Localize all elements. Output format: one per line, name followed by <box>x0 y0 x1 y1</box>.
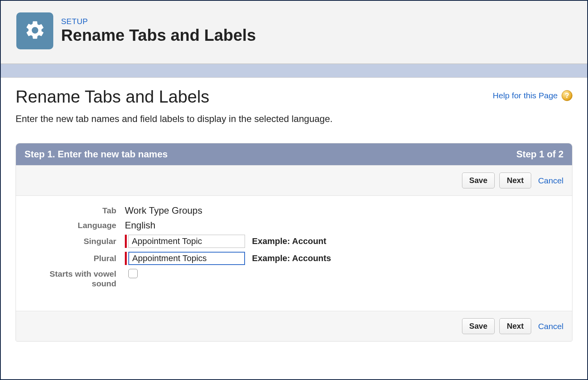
cancel-link[interactable]: Cancel <box>538 176 564 185</box>
form-row-singular: Singular Example: Account <box>24 235 564 248</box>
page-title: Rename Tabs and Labels <box>61 26 256 45</box>
content-card: Rename Tabs and Labels Help for this Pag… <box>3 78 585 357</box>
plural-label: Plural <box>24 253 125 263</box>
form-row-language: Language English <box>24 220 564 231</box>
gear-icon <box>24 19 46 43</box>
content-title: Rename Tabs and Labels <box>16 87 209 106</box>
page-header: SETUP Rename Tabs and Labels <box>1 1 587 64</box>
step-panel: Step 1. Enter the new tab names Step 1 o… <box>16 143 572 342</box>
singular-input[interactable] <box>128 235 245 248</box>
next-button-bottom[interactable]: Next <box>499 318 531 334</box>
language-label: Language <box>24 220 125 230</box>
help-link-text: Help for this Page <box>493 91 558 100</box>
step-title: Step 1. Enter the new tab names <box>24 149 168 160</box>
form-row-vowel: Starts with vowel sound <box>24 269 564 288</box>
header-text: SETUP Rename Tabs and Labels <box>61 17 256 45</box>
singular-label: Singular <box>24 236 125 246</box>
plural-example: Example: Accounts <box>252 253 331 263</box>
form-row-tab: Tab Work Type Groups <box>24 205 564 216</box>
content-header: Rename Tabs and Labels Help for this Pag… <box>16 87 572 106</box>
cancel-link-bottom[interactable]: Cancel <box>538 322 564 331</box>
header-divider-strip <box>1 64 587 78</box>
save-button-bottom[interactable]: Save <box>462 318 495 334</box>
help-icon: ? <box>562 90 572 101</box>
required-indicator <box>125 252 127 265</box>
form-area: Tab Work Type Groups Language English Si… <box>16 196 572 311</box>
action-bar-bottom: Save Next Cancel <box>16 311 572 341</box>
gear-icon-box <box>16 12 53 49</box>
vowel-checkbox[interactable] <box>128 269 138 278</box>
vowel-label: Starts with vowel sound <box>24 269 125 288</box>
form-row-plural: Plural Example: Accounts <box>24 252 564 265</box>
singular-example: Example: Account <box>252 236 326 246</box>
header-eyebrow: SETUP <box>61 17 256 26</box>
step-header: Step 1. Enter the new tab names Step 1 o… <box>16 143 572 165</box>
tab-label: Tab <box>24 206 125 215</box>
next-button[interactable]: Next <box>499 173 531 188</box>
content-description: Enter the new tab names and field labels… <box>16 113 572 124</box>
required-indicator <box>125 235 127 248</box>
plural-input[interactable] <box>128 252 245 265</box>
save-button[interactable]: Save <box>462 173 495 188</box>
step-progress: Step 1 of 2 <box>516 149 564 160</box>
tab-value: Work Type Groups <box>125 205 202 216</box>
action-bar-top: Save Next Cancel <box>16 165 572 196</box>
language-value: English <box>125 220 156 231</box>
help-link[interactable]: Help for this Page ? <box>493 90 572 101</box>
